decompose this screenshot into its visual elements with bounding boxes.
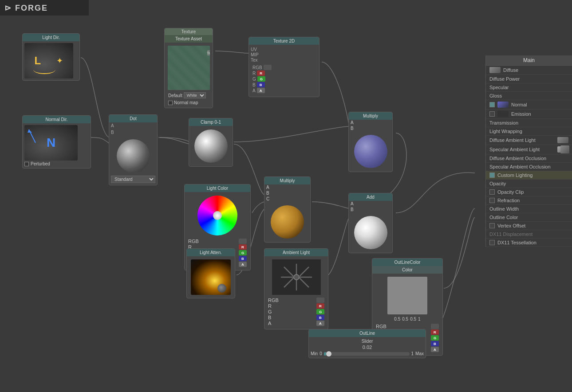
perturbed-checkbox[interactable] bbox=[24, 162, 29, 166]
texture-asset-header: Texture Asset bbox=[165, 35, 213, 43]
dx11-tess-checkbox[interactable] bbox=[489, 240, 495, 245]
panel-item-specular-ao[interactable]: Specular Ambient Occlusion bbox=[486, 163, 572, 171]
texture2d-header: Texture 2D bbox=[249, 37, 319, 45]
slider-row: Min 0 1 Max bbox=[311, 351, 424, 356]
light-dir-header: Light Dir. bbox=[23, 34, 79, 41]
add-sphere bbox=[354, 216, 387, 249]
normal-arrow-svg bbox=[27, 127, 44, 145]
panel-item-vertex-offset[interactable]: Vertex Offset bbox=[486, 222, 572, 230]
svg-line-7 bbox=[300, 278, 309, 287]
dot-node: Dot A B Standard bbox=[109, 114, 158, 185]
lc-r-badge: R bbox=[239, 244, 247, 250]
normal-dir-header: Normal Dir. bbox=[23, 116, 91, 123]
mult-top-a-label: A bbox=[351, 120, 354, 125]
lightatten-header: Light Atten. bbox=[187, 249, 235, 256]
panel-item-refraction[interactable]: Refraction bbox=[486, 196, 572, 205]
normal-preview bbox=[497, 102, 509, 108]
vertex-offset-label: Vertex Offset bbox=[497, 223, 568, 228]
outline-header: OutLine bbox=[309, 329, 426, 337]
normal-map-checkbox[interactable] bbox=[168, 101, 173, 105]
normal-dir-node: Normal Dir. N Perturbed bbox=[22, 115, 91, 169]
panel-item-specular[interactable]: Specular bbox=[486, 83, 572, 92]
oc-g-val: 0.5 bbox=[402, 317, 408, 321]
refraction-label: Refraction bbox=[497, 198, 568, 203]
add-a-label: A bbox=[351, 201, 354, 206]
panel-item-diffuse-ao[interactable]: Diffuse Ambient Occlusion bbox=[486, 154, 572, 163]
panel-item-light-wrapping[interactable]: Light Wrapping bbox=[486, 127, 572, 136]
texture-port-tex: Tex bbox=[207, 50, 210, 55]
slider-min-val: 0 bbox=[320, 351, 322, 356]
texture-default-label: Default bbox=[168, 93, 182, 98]
slider-thumb[interactable] bbox=[326, 351, 331, 357]
main-panel-header: Main bbox=[486, 55, 572, 66]
outline-width-label: Outline Width bbox=[489, 206, 568, 212]
vertex-offset-checkbox[interactable] bbox=[489, 223, 495, 228]
main-panel: Main Diffuse Diffuse Power Specular Glos… bbox=[485, 55, 572, 247]
panel-item-normal[interactable]: Normal bbox=[486, 100, 572, 110]
panel-item-outline-width[interactable]: Outline Width bbox=[486, 205, 572, 213]
add-b-label: B bbox=[351, 207, 354, 212]
normal-checkbox[interactable] bbox=[489, 102, 495, 107]
light-arc bbox=[33, 65, 55, 74]
panel-item-diffuse-ambient-light[interactable]: Diffuse Ambient Light bbox=[486, 136, 572, 145]
panel-item-opacity-clip[interactable]: Opacity Clip bbox=[486, 188, 572, 196]
oc-b-badge: B bbox=[431, 341, 439, 346]
slider-max-label: Max bbox=[415, 351, 424, 356]
panel-item-custom-lighting[interactable]: Custom Lighting bbox=[486, 171, 572, 180]
panel-item-opacity[interactable]: Opacity bbox=[486, 180, 572, 188]
texture2d-rgb-ports: RGB R R G G B B A A bbox=[251, 63, 317, 95]
lightatten-preview bbox=[191, 259, 231, 295]
forge-logo: ⊳ FORGE bbox=[4, 3, 48, 13]
normal-dir-preview: N bbox=[24, 125, 78, 161]
texture-top-header: Texture bbox=[165, 28, 213, 35]
dal-preview bbox=[557, 137, 568, 143]
clamp-sphere bbox=[194, 129, 228, 163]
mult-bot-b-label: B bbox=[266, 191, 269, 196]
panel-item-outline-color[interactable]: Outline Color bbox=[486, 213, 572, 222]
slider-track[interactable] bbox=[324, 352, 410, 356]
panel-item-diffuse-power[interactable]: Diffuse Power bbox=[486, 75, 572, 83]
lc-rgb-label: RGB bbox=[188, 239, 199, 244]
panel-item-emission[interactable]: Emission bbox=[486, 110, 572, 119]
custom-lighting-checkbox[interactable] bbox=[489, 172, 495, 178]
dx11-displacement-label: DX11 Displacement bbox=[489, 231, 568, 237]
sal-preview bbox=[557, 146, 568, 153]
normal-map-check[interactable]: Normal map bbox=[166, 99, 211, 106]
dx11-tessellation-label: DX11 Tessellation bbox=[497, 240, 568, 245]
color-wheel-center bbox=[213, 211, 222, 220]
svg-marker-1 bbox=[28, 129, 32, 133]
outline-color-label: Outline Color bbox=[489, 215, 568, 220]
emission-checkbox[interactable] bbox=[489, 111, 495, 117]
opacity-label: Opacity bbox=[489, 181, 568, 186]
multiply-top-sphere bbox=[354, 135, 387, 168]
diffuse-preview bbox=[489, 67, 501, 73]
perturbed-check[interactable]: Perturbed bbox=[24, 161, 89, 166]
mult-bot-a-label: A bbox=[266, 185, 269, 190]
panel-item-specular-ambient-light[interactable]: Specular Ambient Light bbox=[486, 145, 572, 154]
mult-top-b-label: B bbox=[351, 126, 354, 131]
al-g-label: G bbox=[268, 309, 272, 314]
texture-default-select[interactable]: White bbox=[184, 92, 206, 98]
app-header: ⊳ FORGE bbox=[0, 0, 89, 16]
panel-item-gloss[interactable]: Gloss bbox=[486, 92, 572, 100]
opacity-clip-checkbox[interactable] bbox=[489, 189, 495, 195]
perturbed-label: Perturbed bbox=[31, 161, 50, 166]
panel-item-dx11-displacement[interactable]: DX11 Displacement bbox=[486, 230, 572, 239]
panel-item-dx11-tessellation[interactable]: DX11 Tessellation bbox=[486, 239, 572, 247]
mip-row: MIP bbox=[251, 52, 317, 57]
panel-item-transmission[interactable]: Transmission bbox=[486, 119, 572, 127]
emission-label: Emission bbox=[511, 111, 568, 117]
panel-item-diffuse[interactable]: Diffuse bbox=[486, 66, 572, 75]
svg-point-10 bbox=[294, 274, 299, 280]
add-port-b: B bbox=[349, 207, 392, 212]
dot-select[interactable]: Standard bbox=[111, 176, 155, 183]
outlinecolor-values: 0.5 0.5 0.5 1 bbox=[374, 316, 441, 322]
al-rgb-badge bbox=[316, 298, 324, 303]
multiply-bottom-port-b: B bbox=[264, 190, 310, 196]
slider-min-label: Min bbox=[311, 351, 318, 356]
texture-preview: Tex bbox=[168, 46, 210, 90]
outlinecolor-top-header: OutLineColor bbox=[372, 259, 442, 266]
refraction-checkbox[interactable] bbox=[489, 198, 495, 203]
normal-label: Normal bbox=[511, 102, 568, 107]
light-wrapping-label: Light Wrapping bbox=[489, 129, 568, 134]
